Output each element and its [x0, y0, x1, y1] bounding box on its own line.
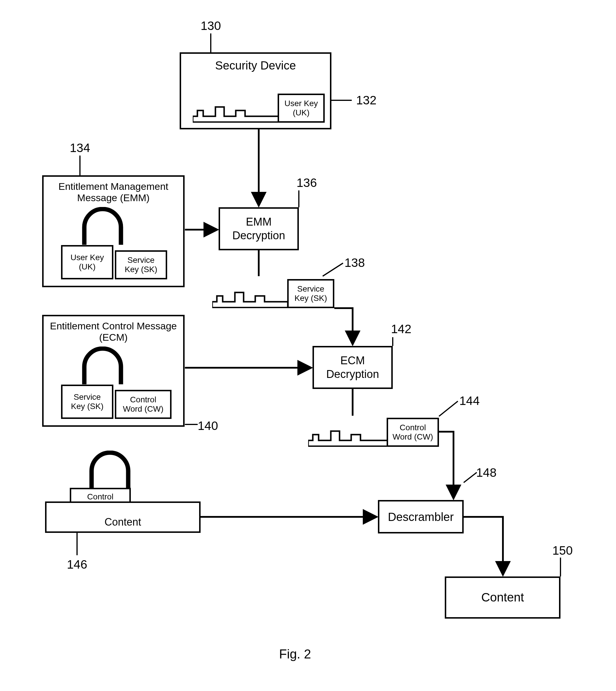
emm-box: Entitlement Management Message (EMM) Use… [42, 175, 184, 287]
svg-line-7 [439, 401, 458, 416]
ecm-decryption-label: ECM Decryption [326, 354, 379, 381]
ecm-decryption-box: ECM Decryption [312, 346, 393, 389]
ref-132: 132 [356, 93, 376, 107]
ref-148: 148 [476, 466, 497, 480]
ref-130: 130 [201, 19, 221, 33]
service-key-label: Service Key (SK) [294, 284, 327, 303]
control-word-output: Control Word (CW) [308, 416, 439, 447]
figure-caption: Fig. 2 [279, 647, 311, 661]
content-in-label: Content [104, 515, 141, 529]
ref-134: 134 [70, 141, 90, 155]
ecm-lock-label-box: Service Key (SK) [61, 385, 113, 419]
lock-icon [83, 451, 137, 490]
service-key-output: Service Key (SK) [212, 277, 334, 308]
content-out-label: Content [481, 590, 524, 605]
key-teeth-icon [308, 426, 390, 447]
key-teeth-icon [212, 288, 288, 308]
descrambler-box: Descrambler [378, 500, 464, 533]
ecm-box: Entitlement Control Message (ECM) Servic… [42, 315, 184, 427]
user-key-box: User Key (UK) [278, 94, 325, 123]
emm-title: Entitlement Management Message (EMM) [44, 181, 183, 203]
service-key-box: Service Key (SK) [287, 279, 334, 308]
lock-icon [75, 207, 130, 246]
svg-line-4 [323, 263, 343, 276]
emm-decryption-box: EMM Decryption [219, 207, 299, 250]
emm-decryption-label: EMM Decryption [232, 215, 285, 243]
ref-146: 146 [67, 558, 87, 572]
ecm-payload-box: Control Word (CW) [115, 390, 172, 419]
svg-line-9 [464, 472, 477, 483]
security-device-title: Security Device [181, 59, 330, 72]
ref-142: 142 [391, 322, 411, 336]
ref-150: 150 [552, 543, 573, 558]
ecm-title: Entitlement Control Message (ECM) [44, 320, 183, 343]
ref-140: 140 [198, 419, 218, 433]
ecm-lock-label: Service Key (SK) [71, 393, 104, 411]
control-word-box: Control Word (CW) [387, 418, 439, 447]
security-device-box: Security Device User Key (UK) [180, 52, 331, 129]
lock-icon [75, 347, 130, 386]
emm-lock-label: User Key (UK) [70, 253, 104, 271]
emm-payload-box: Service Key (SK) [115, 250, 167, 280]
descrambler-label: Descrambler [388, 510, 454, 524]
ref-136: 136 [296, 176, 317, 190]
user-key-label: User Key (UK) [284, 99, 318, 117]
content-out-box: Content [445, 577, 560, 619]
ref-144: 144 [459, 394, 480, 408]
emm-lock-label-box: User Key (UK) [61, 245, 113, 280]
key-teeth-icon [193, 102, 280, 123]
control-word-label: Control Word (CW) [393, 423, 433, 442]
emm-payload-label: Service Key (SK) [125, 255, 157, 274]
content-in-box: Content [45, 501, 201, 533]
ecm-payload-label: Control Word (CW) [123, 395, 163, 414]
ref-138: 138 [345, 256, 365, 270]
